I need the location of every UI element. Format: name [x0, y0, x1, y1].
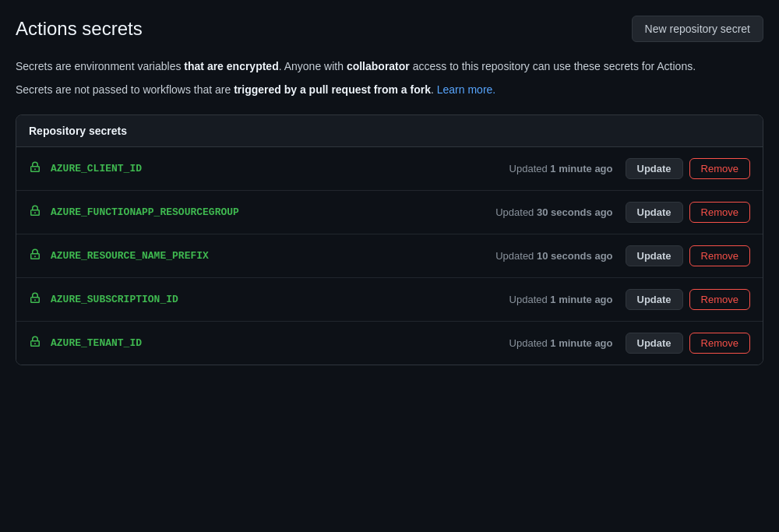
secret-updated-time: 30 seconds ago: [537, 206, 613, 218]
secret-updated: Updated 10 seconds ago: [495, 250, 612, 262]
page-title: Actions secrets: [16, 18, 143, 40]
info-learn-more-link[interactable]: Learn more.: [437, 83, 495, 96]
secret-updated: Updated 1 minute ago: [509, 337, 613, 349]
secret-updated: Updated 30 seconds ago: [495, 206, 612, 218]
lock-icon: [29, 160, 41, 176]
remove-button[interactable]: Remove: [689, 158, 750, 179]
secret-name: AZURE_SUBSCRIPTION_ID: [51, 294, 509, 305]
lock-icon: [29, 248, 41, 263]
update-button[interactable]: Update: [626, 245, 683, 266]
secret-updated-time: 1 minute ago: [550, 337, 612, 349]
info-line2-bold: triggered by a pull request from a fork: [234, 83, 431, 96]
secret-updated-time: 1 minute ago: [550, 294, 612, 305]
info-line1-end: access to this repository can use these …: [410, 60, 696, 72]
page-container: Actions secrets New repository secret Se…: [0, 0, 779, 381]
info-line1-mid: . Anyone with: [279, 60, 347, 72]
new-secret-button[interactable]: New repository secret: [632, 16, 763, 42]
lock-icon: [29, 335, 41, 351]
info-line1-bold1: that are encrypted: [184, 60, 278, 72]
info-line1-bold2: collaborator: [347, 60, 410, 72]
secrets-table: Repository secrets AZURE_CLIENT_ID Updat…: [16, 115, 763, 365]
secret-name: AZURE_RESOURCE_NAME_PREFIX: [51, 250, 495, 262]
secret-row: AZURE_FUNCTIONAPP_RESOURCEGROUP Updated …: [16, 191, 763, 234]
info-line2-plain: Secrets are not passed to workflows that…: [16, 83, 234, 96]
secret-updated: Updated 1 minute ago: [509, 294, 613, 305]
remove-button[interactable]: Remove: [689, 333, 750, 354]
secret-updated-time: 10 seconds ago: [537, 250, 613, 262]
secret-updated-time: 1 minute ago: [550, 163, 612, 174]
secrets-table-header: Repository secrets: [16, 115, 763, 147]
action-buttons: Update Remove: [626, 202, 750, 223]
info-line-2: Secrets are not passed to workflows that…: [16, 81, 763, 98]
action-buttons: Update Remove: [626, 289, 750, 310]
remove-button[interactable]: Remove: [689, 202, 750, 223]
info-section: Secrets are environment variables that a…: [16, 58, 763, 99]
remove-button[interactable]: Remove: [689, 289, 750, 310]
secret-name: AZURE_CLIENT_ID: [51, 163, 509, 174]
secret-updated: Updated 1 minute ago: [509, 163, 613, 174]
secret-row: AZURE_CLIENT_ID Updated 1 minute ago Upd…: [16, 147, 763, 191]
update-button[interactable]: Update: [626, 289, 683, 310]
secret-row: AZURE_RESOURCE_NAME_PREFIX Updated 10 se…: [16, 234, 763, 278]
info-line-1: Secrets are environment variables that a…: [16, 58, 763, 75]
secrets-rows-container: AZURE_CLIENT_ID Updated 1 minute ago Upd…: [16, 147, 763, 365]
page-header: Actions secrets New repository secret: [16, 16, 763, 42]
action-buttons: Update Remove: [626, 333, 750, 354]
lock-icon: [29, 204, 41, 220]
update-button[interactable]: Update: [626, 333, 683, 354]
remove-button[interactable]: Remove: [689, 245, 750, 266]
secret-name: AZURE_FUNCTIONAPP_RESOURCEGROUP: [51, 206, 495, 218]
update-button[interactable]: Update: [626, 158, 683, 179]
info-line1-plain: Secrets are environment variables: [16, 60, 184, 72]
lock-icon: [29, 291, 41, 307]
info-line2-period: .: [431, 83, 437, 96]
secret-row: AZURE_TENANT_ID Updated 1 minute ago Upd…: [16, 322, 763, 365]
secret-row: AZURE_SUBSCRIPTION_ID Updated 1 minute a…: [16, 278, 763, 322]
action-buttons: Update Remove: [626, 245, 750, 266]
action-buttons: Update Remove: [626, 158, 750, 179]
update-button[interactable]: Update: [626, 202, 683, 223]
secret-name: AZURE_TENANT_ID: [51, 337, 509, 349]
